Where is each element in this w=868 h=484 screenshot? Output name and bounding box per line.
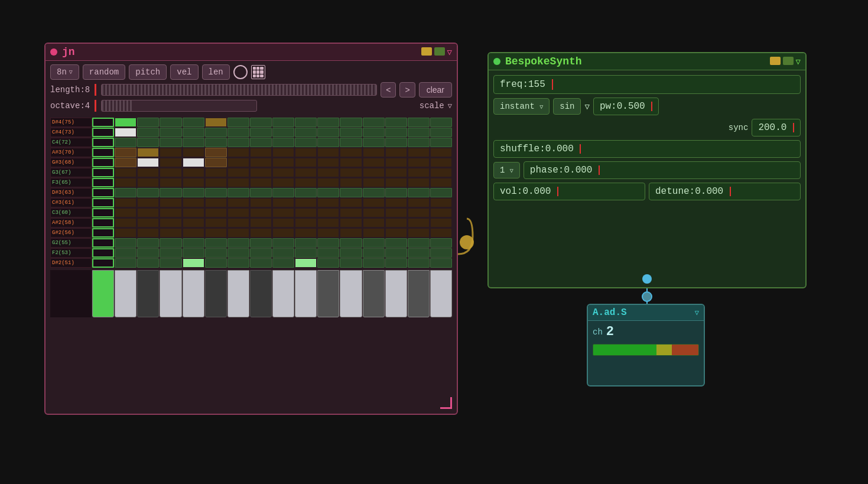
seq-cell[interactable]	[363, 238, 385, 248]
seq-cell[interactable]	[183, 218, 204, 228]
seq-cell[interactable]	[160, 178, 181, 187]
seq-cell[interactable]	[408, 208, 430, 217]
seq-cell[interactable]	[115, 138, 136, 147]
bsp-collapse-arrow[interactable]: ▽	[796, 57, 801, 67]
seq-cell[interactable]	[92, 228, 114, 238]
seq-cell[interactable]	[160, 228, 181, 238]
seq-cell[interactable]	[160, 218, 181, 228]
seq-cell[interactable]	[115, 238, 136, 248]
seq-cell[interactable]	[227, 208, 249, 217]
jn-status-dot[interactable]	[50, 48, 57, 56]
seq-cell[interactable]	[385, 128, 407, 137]
seq-cell[interactable]	[430, 198, 452, 207]
seq-cell[interactable]	[137, 118, 159, 127]
seq-cell[interactable]	[385, 228, 407, 238]
seq-cell[interactable]	[317, 178, 339, 187]
seq-cell[interactable]	[137, 158, 159, 167]
instant-button[interactable]: instant ▽	[493, 98, 550, 115]
seq-cell[interactable]	[115, 258, 136, 268]
seq-cell[interactable]	[430, 238, 452, 248]
seq-cell[interactable]	[92, 158, 114, 167]
phase-field[interactable]: phase:0.000	[524, 161, 801, 179]
seq-cell[interactable]	[160, 158, 181, 167]
seq-cell[interactable]	[272, 258, 294, 268]
seq-cell[interactable]	[115, 168, 136, 177]
seq-cell[interactable]	[430, 138, 452, 147]
seq-cell[interactable]	[183, 208, 204, 217]
sin-button[interactable]: sin	[553, 98, 581, 115]
pitch-button[interactable]: pitch	[129, 64, 167, 80]
seq-cell[interactable]	[430, 258, 452, 268]
seq-cell[interactable]	[430, 188, 452, 197]
seq-cell[interactable]	[317, 128, 339, 137]
seq-cell[interactable]	[408, 248, 430, 258]
seq-cell[interactable]	[408, 258, 430, 268]
seq-cell[interactable]	[272, 168, 294, 177]
seq-cell[interactable]	[160, 148, 181, 157]
seq-cell[interactable]	[408, 188, 430, 197]
seq-cell[interactable]	[160, 238, 181, 248]
seq-cell[interactable]	[183, 178, 204, 187]
seq-cell[interactable]	[385, 238, 407, 248]
seq-cell[interactable]	[137, 198, 159, 207]
seq-cell[interactable]	[92, 118, 114, 127]
seq-cell[interactable]	[363, 188, 385, 197]
jn-maximize-button[interactable]	[434, 47, 445, 56]
seq-cell[interactable]	[295, 188, 317, 197]
seq-cell[interactable]	[317, 168, 339, 177]
seq-cell[interactable]	[408, 198, 430, 207]
seq-cell[interactable]	[115, 158, 136, 167]
seq-cell[interactable]	[385, 138, 407, 147]
seq-cell[interactable]	[408, 178, 430, 187]
seq-cell[interactable]	[340, 218, 362, 228]
seq-cell[interactable]	[183, 248, 204, 258]
seq-cell[interactable]	[160, 128, 181, 137]
seq-cell[interactable]	[227, 238, 249, 248]
seq-cell[interactable]	[408, 218, 430, 228]
seq-cell[interactable]	[137, 228, 159, 238]
sin-arrow[interactable]: ▽	[584, 102, 589, 112]
seq-cell[interactable]	[408, 158, 430, 167]
seq-cell[interactable]	[115, 178, 136, 187]
seq-cell[interactable]	[295, 168, 317, 177]
seq-cell[interactable]	[340, 228, 362, 238]
seq-cell[interactable]	[272, 118, 294, 127]
seq-cell[interactable]	[250, 158, 272, 167]
seq-cell[interactable]	[205, 248, 227, 258]
seq-cell[interactable]	[205, 228, 227, 238]
seq-cell[interactable]	[340, 198, 362, 207]
seq-cell[interactable]	[295, 138, 317, 147]
seq-cell[interactable]	[92, 128, 114, 137]
seq-cell[interactable]	[205, 168, 227, 177]
seq-cell[interactable]	[92, 208, 114, 217]
seq-cell[interactable]	[295, 118, 317, 127]
seq-cell[interactable]	[295, 198, 317, 207]
piano-key-2[interactable]	[115, 270, 136, 317]
seq-cell[interactable]	[137, 218, 159, 228]
seq-cell[interactable]	[227, 138, 249, 147]
seq-cell[interactable]	[205, 158, 227, 167]
seq-cell[interactable]	[295, 128, 317, 137]
piano-key-9[interactable]	[272, 270, 294, 317]
seq-cell[interactable]	[205, 198, 227, 207]
seq-cell[interactable]	[340, 178, 362, 187]
seq-cell[interactable]	[363, 168, 385, 177]
seq-cell[interactable]	[340, 168, 362, 177]
seq-cell[interactable]	[250, 168, 272, 177]
vel-button[interactable]: vel	[170, 64, 198, 80]
seq-cell[interactable]	[205, 208, 227, 217]
seq-cell[interactable]	[137, 258, 159, 268]
seq-cell[interactable]	[92, 238, 114, 248]
seq-cell[interactable]	[183, 168, 204, 177]
seq-cell[interactable]	[340, 118, 362, 127]
seq-cell[interactable]	[385, 178, 407, 187]
bsp-status-dot[interactable]	[493, 58, 500, 65]
nav-left-button[interactable]: <	[381, 82, 396, 98]
seq-cell[interactable]	[205, 148, 227, 157]
piano-key-14[interactable]	[385, 270, 407, 317]
step-selector[interactable]: 8n ▽	[50, 64, 79, 80]
seq-cell[interactable]	[227, 248, 249, 258]
seq-cell[interactable]	[250, 118, 272, 127]
seq-cell[interactable]	[340, 138, 362, 147]
seq-cell[interactable]	[205, 188, 227, 197]
